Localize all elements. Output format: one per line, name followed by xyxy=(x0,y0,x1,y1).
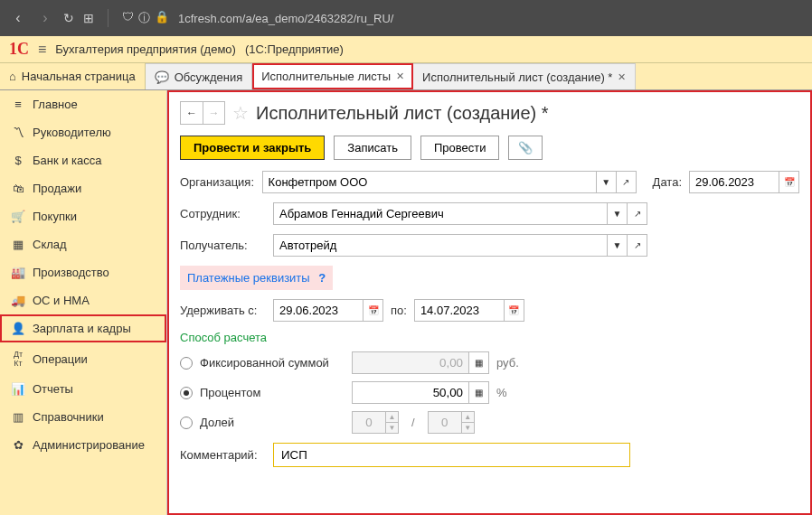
calendar-icon[interactable]: 📅 xyxy=(505,299,524,322)
url-bar[interactable]: 1cfresh.com/a/ea_demo/2463282/ru_RU/ xyxy=(178,12,393,25)
spinner: ▲▼ xyxy=(462,411,475,434)
menu-icon[interactable]: ≡ xyxy=(38,42,46,58)
sidebar-item-catalogs[interactable]: ▥Справочники xyxy=(0,403,166,431)
lock-icon: 🔒 xyxy=(155,10,169,26)
forward-icon[interactable]: › xyxy=(36,9,54,27)
money-icon: $ xyxy=(11,154,25,167)
sidebar-item-label: Отчеты xyxy=(33,382,73,396)
chart-icon: 〽 xyxy=(11,126,25,139)
frac-num-input xyxy=(352,411,386,434)
home-icon: ⌂ xyxy=(9,70,16,83)
sidebar-item-admin[interactable]: ✿Администрирование xyxy=(0,431,166,459)
radio-fraction[interactable] xyxy=(180,417,193,429)
fixed-amount-input xyxy=(352,351,469,374)
attach-button[interactable]: 📎 xyxy=(508,136,543,160)
tab-discuss[interactable]: 💬 Обсуждения xyxy=(146,63,253,89)
calendar-icon[interactable]: 📅 xyxy=(364,299,383,322)
sidebar-item-label: Администрирование xyxy=(33,438,145,452)
sidebar-item-label: Банк и касса xyxy=(33,154,102,167)
fraction-separator: / xyxy=(411,416,415,429)
payment-details-link[interactable]: Платежные реквизиты ? xyxy=(180,266,333,290)
unit-rub: руб. xyxy=(496,356,519,370)
tab-discuss-label: Обсуждения xyxy=(175,70,243,84)
star-icon[interactable]: ☆ xyxy=(232,102,249,124)
comment-label: Комментарий: xyxy=(180,448,266,462)
truck-icon: 🚚 xyxy=(11,294,25,307)
tab-sheets-label: Исполнительные листы xyxy=(261,70,391,83)
sidebar-item-production[interactable]: 🏭Производство xyxy=(0,258,166,286)
list-icon: ≡ xyxy=(11,98,25,111)
back-icon[interactable]: ‹ xyxy=(9,9,27,27)
help-icon[interactable]: ? xyxy=(318,271,326,285)
frac-den-input xyxy=(428,411,462,434)
to-label: по: xyxy=(391,304,407,317)
sidebar-item-purchases[interactable]: 🛒Покупки xyxy=(0,202,166,230)
radio-percent[interactable] xyxy=(180,387,193,399)
dropdown-icon[interactable]: ▼ xyxy=(608,234,628,257)
sidebar-item-manager[interactable]: 〽Руководителю xyxy=(0,118,166,146)
radio-fixed[interactable] xyxy=(180,357,193,370)
open-icon[interactable]: ↗ xyxy=(628,234,647,257)
date-input[interactable] xyxy=(689,171,779,193)
calculator-icon[interactable]: ▦ xyxy=(469,381,489,404)
tab-exec-create[interactable]: Исполнительный лист (создание) * ✕ xyxy=(413,63,636,89)
report-icon: 📊 xyxy=(11,382,25,396)
tabs-row: ⌂ Начальная страница 💬 Обсуждения Исполн… xyxy=(0,63,812,90)
unit-percent: % xyxy=(496,386,507,399)
sidebar-item-operations[interactable]: ДтКтОперации xyxy=(0,342,166,375)
nav-back-button[interactable]: ← xyxy=(181,102,203,124)
sidebar-item-label: Склад xyxy=(33,238,67,251)
ops-icon: ДтКт xyxy=(11,350,25,368)
percent-input[interactable] xyxy=(352,381,469,404)
content-area: ← → ☆ Исполнительный лист (создание) * П… xyxy=(167,90,812,515)
app-name: Бухгалтерия предприятия (демо) xyxy=(55,42,236,56)
sidebar-item-reports[interactable]: 📊Отчеты xyxy=(0,375,166,403)
tab-home-label: Начальная страница xyxy=(22,70,136,83)
browser-toolbar: ‹ › ↻ ⊞ 🛡 ⓘ 🔒 1cfresh.com/a/ea_demo/2463… xyxy=(0,0,812,36)
sidebar-item-label: Зарплата и кадры xyxy=(33,322,131,335)
save-button[interactable]: Записать xyxy=(334,136,411,160)
comment-input[interactable] xyxy=(273,443,630,467)
factory-icon: 🏭 xyxy=(11,266,25,279)
spinner: ▲▼ xyxy=(386,411,399,434)
refresh-icon[interactable]: ↻ xyxy=(63,11,74,25)
tab-exec-sheets[interactable]: Исполнительные листы ✕ xyxy=(252,63,413,89)
org-input[interactable] xyxy=(262,171,597,193)
sidebar-item-main[interactable]: ≡Главное xyxy=(0,90,166,118)
sidebar-item-assets[interactable]: 🚚ОС и НМА xyxy=(0,286,166,314)
org-label: Организация: xyxy=(180,175,255,189)
open-icon[interactable]: ↗ xyxy=(628,202,647,225)
emp-input[interactable] xyxy=(273,202,608,225)
radio-percent-label: Процентом xyxy=(200,386,345,399)
close-icon[interactable]: ✕ xyxy=(618,71,626,83)
page-title: Исполнительный лист (создание) * xyxy=(256,103,549,124)
post-button[interactable]: Провести xyxy=(420,136,500,160)
post-close-button[interactable]: Провести и закрыть xyxy=(180,136,325,160)
nav-forward-button[interactable]: → xyxy=(203,102,224,124)
bag-icon: 🛍 xyxy=(11,182,25,195)
apps-icon[interactable]: ⊞ xyxy=(83,11,94,25)
recv-input[interactable] xyxy=(273,234,608,257)
app-header: 1C ≡ Бухгалтерия предприятия (демо) (1С:… xyxy=(0,36,812,63)
person-icon: 👤 xyxy=(11,322,25,335)
hold-to-input[interactable] xyxy=(414,299,505,322)
dropdown-icon[interactable]: ▼ xyxy=(597,171,617,193)
sidebar-item-label: Главное xyxy=(33,98,78,111)
platform-name: (1С:Предприятие) xyxy=(245,42,344,56)
dropdown-icon[interactable]: ▼ xyxy=(608,202,628,225)
sidebar-item-label: Справочники xyxy=(33,410,104,424)
open-icon[interactable]: ↗ xyxy=(617,171,637,193)
sidebar-item-payroll[interactable]: 👤Зарплата и кадры xyxy=(0,314,166,342)
gear-icon: ✿ xyxy=(11,438,25,452)
sidebar-item-bank[interactable]: $Банк и касса xyxy=(0,146,166,174)
date-label: Дата: xyxy=(653,175,682,189)
sidebar-item-label: ОС и НМА xyxy=(33,294,90,307)
sidebar-item-sales[interactable]: 🛍Продажи xyxy=(0,174,166,202)
tab-home[interactable]: ⌂ Начальная страница xyxy=(0,63,146,89)
sidebar-item-warehouse[interactable]: ▦Склад xyxy=(0,230,166,258)
hold-from-input[interactable] xyxy=(273,299,364,322)
calendar-icon[interactable]: 📅 xyxy=(779,171,799,193)
close-icon[interactable]: ✕ xyxy=(396,70,404,82)
info-icon[interactable]: ⓘ xyxy=(138,10,150,26)
books-icon: ▥ xyxy=(11,410,25,424)
